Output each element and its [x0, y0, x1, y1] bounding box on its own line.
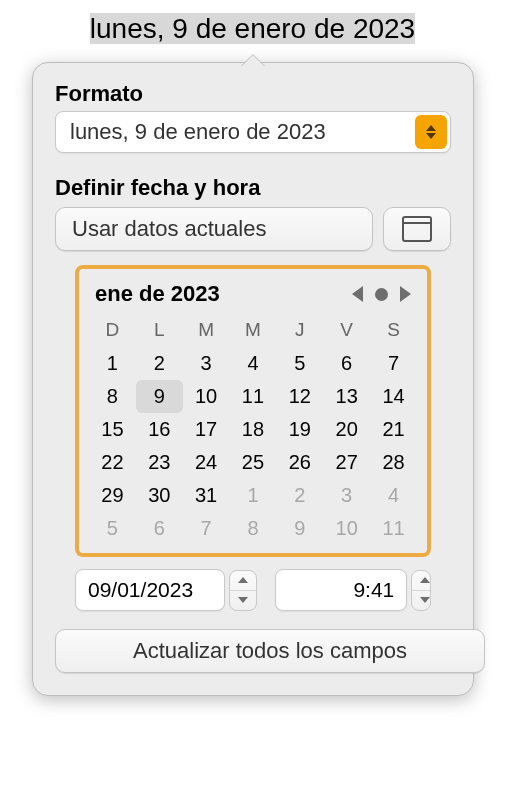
update-all-button[interactable]: Actualizar todos los campos — [55, 629, 485, 673]
calendar-day[interactable]: 19 — [276, 413, 323, 446]
format-select-value: lunes, 9 de enero de 2023 — [70, 119, 326, 145]
calendar-day[interactable]: 4 — [230, 347, 277, 380]
update-all-label: Actualizar todos los campos — [133, 638, 407, 664]
calendar-day[interactable]: 3 — [323, 479, 370, 512]
date-input[interactable] — [75, 569, 225, 611]
calendar-day[interactable]: 2 — [136, 347, 183, 380]
calendar-day[interactable]: 7 — [183, 512, 230, 545]
calendar-day[interactable]: 2 — [276, 479, 323, 512]
calendar-day[interactable]: 27 — [323, 446, 370, 479]
calendar-day[interactable]: 11 — [370, 512, 417, 545]
calendar-day[interactable]: 25 — [230, 446, 277, 479]
chevron-up-icon — [412, 571, 431, 591]
calendar-day[interactable]: 9 — [276, 512, 323, 545]
calendar-day[interactable]: 16 — [136, 413, 183, 446]
weekday-label: S — [370, 315, 417, 347]
calendar-day[interactable]: 10 — [183, 380, 230, 413]
calendar-day[interactable]: 8 — [230, 512, 277, 545]
next-month-button[interactable] — [400, 286, 411, 302]
calendar-day[interactable]: 6 — [136, 512, 183, 545]
chevron-up-icon — [230, 571, 256, 591]
format-select[interactable]: lunes, 9 de enero de 2023 — [55, 111, 451, 153]
weekday-label: J — [276, 315, 323, 347]
calendar-day[interactable]: 21 — [370, 413, 417, 446]
table-icon — [402, 216, 432, 242]
use-current-button[interactable]: Usar datos actuales — [55, 207, 373, 251]
calendar-day[interactable]: 10 — [323, 512, 370, 545]
header-date-text: lunes, 9 de enero de 2023 — [0, 13, 505, 45]
chevron-down-icon — [412, 591, 431, 610]
calendar-day[interactable]: 5 — [276, 347, 323, 380]
calendar-day[interactable]: 9 — [136, 380, 183, 413]
calendar-day[interactable]: 18 — [230, 413, 277, 446]
weekday-label: D — [89, 315, 136, 347]
calendar-day[interactable]: 22 — [89, 446, 136, 479]
calendar-day[interactable]: 26 — [276, 446, 323, 479]
date-stepper[interactable] — [229, 570, 257, 611]
prev-month-button[interactable] — [352, 286, 363, 302]
time-stepper[interactable] — [411, 570, 431, 611]
calendar-day[interactable]: 1 — [230, 479, 277, 512]
today-button[interactable] — [375, 288, 388, 301]
calendar-day[interactable]: 17 — [183, 413, 230, 446]
time-input[interactable] — [275, 569, 407, 611]
weekday-label: V — [323, 315, 370, 347]
weekday-label: M — [183, 315, 230, 347]
calendar-day[interactable]: 30 — [136, 479, 183, 512]
weekday-label: L — [136, 315, 183, 347]
calendar-day[interactable]: 6 — [323, 347, 370, 380]
calendar-day[interactable]: 13 — [323, 380, 370, 413]
insert-table-button[interactable] — [383, 207, 451, 251]
calendar-day[interactable]: 14 — [370, 380, 417, 413]
calendar-day[interactable]: 7 — [370, 347, 417, 380]
define-label: Definir fecha y hora — [55, 175, 451, 201]
chevron-down-icon — [230, 591, 256, 610]
date-popover: Formato lunes, 9 de enero de 2023 Defini… — [32, 62, 474, 696]
calendar-day[interactable]: 31 — [183, 479, 230, 512]
calendar-day[interactable]: 24 — [183, 446, 230, 479]
calendar-day[interactable]: 1 — [89, 347, 136, 380]
calendar-day[interactable]: 20 — [323, 413, 370, 446]
calendar-title: ene de 2023 — [95, 281, 220, 307]
calendar-day[interactable]: 28 — [370, 446, 417, 479]
use-current-label: Usar datos actuales — [72, 216, 266, 242]
calendar-day[interactable]: 11 — [230, 380, 277, 413]
format-label: Formato — [55, 81, 451, 107]
calendar-day[interactable]: 23 — [136, 446, 183, 479]
calendar: ene de 2023 DLMMJVS 12345678910111213141… — [75, 265, 431, 557]
chevron-updown-icon — [415, 115, 447, 149]
weekday-label: M — [230, 315, 277, 347]
calendar-day[interactable]: 8 — [89, 380, 136, 413]
calendar-day[interactable]: 15 — [89, 413, 136, 446]
calendar-day[interactable]: 3 — [183, 347, 230, 380]
calendar-day[interactable]: 5 — [89, 512, 136, 545]
calendar-day[interactable]: 4 — [370, 479, 417, 512]
calendar-day[interactable]: 12 — [276, 380, 323, 413]
calendar-day[interactable]: 29 — [89, 479, 136, 512]
